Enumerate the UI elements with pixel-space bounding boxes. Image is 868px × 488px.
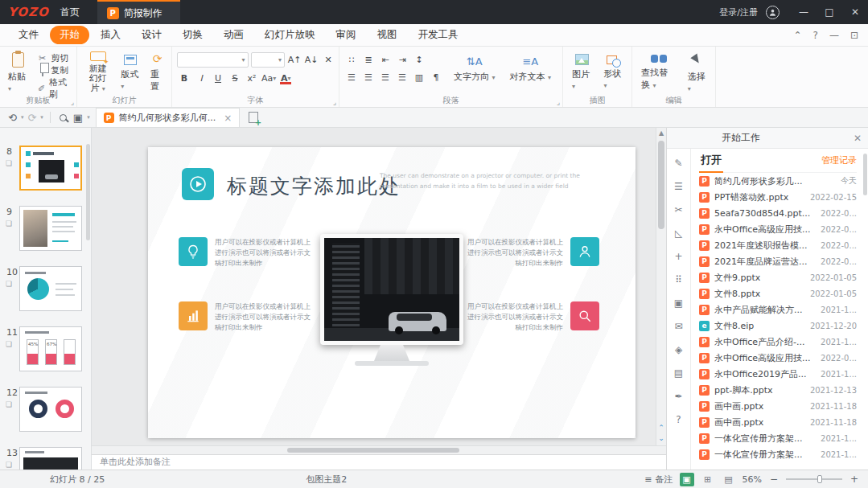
ribbon-collapse-icon[interactable]: ⌃: [794, 30, 802, 41]
recent-file-item[interactable]: P 永中Office2019产品... 2021-1...: [699, 366, 857, 382]
recent-file-item[interactable]: P PPT错落动效.pptx 2022-02-15: [699, 189, 857, 205]
bookmark-icon[interactable]: ◈: [671, 342, 687, 358]
slide-subtitle-textbox[interactable]: The user can demonstrate on a projector …: [380, 171, 615, 192]
recent-file-item[interactable]: P 2021年度品牌运营达... 2022-0...: [699, 253, 857, 269]
redo-caret-icon[interactable]: ▾: [40, 114, 43, 121]
bullets-icon[interactable]: ∷: [344, 52, 359, 67]
notes-toggle[interactable]: ≡备注: [644, 474, 673, 486]
font-family-combo[interactable]: ▾: [177, 52, 249, 68]
font-size-combo[interactable]: ▾: [251, 52, 286, 68]
thumbnail-slide-10[interactable]: 10 ❏: [0, 266, 91, 313]
decrease-indent-icon[interactable]: ⇤: [378, 52, 393, 67]
document-tab[interactable]: P 简约几何形状多彩几何... ×: [96, 108, 241, 127]
zoom-in-button[interactable]: +: [849, 474, 860, 485]
reset-button[interactable]: ⟳ 重置: [146, 50, 168, 95]
increase-indent-icon[interactable]: ⇥: [395, 52, 409, 67]
help-panel-icon[interactable]: ?: [671, 412, 687, 428]
horizontal-scroll-thumb[interactable]: [287, 448, 459, 453]
recent-file-item[interactable]: P 画中画.pptx 2021-11-18: [699, 414, 857, 430]
menu-item[interactable]: 插入: [91, 26, 130, 44]
recent-file-item[interactable]: P 永中Office产品介绍-... 2021-1...: [699, 334, 857, 350]
menu-item[interactable]: 视图: [368, 26, 407, 44]
slide-title-textbox[interactable]: 标题文字添加此处: [227, 173, 401, 199]
feature-block-top-right[interactable]: 用户可以在投影仪或者计算机上进行演示也可以将演或者计示文稿打印出来制作: [467, 237, 599, 268]
document-tab-close-icon[interactable]: ×: [224, 113, 232, 124]
columns-icon[interactable]: ▥: [412, 70, 426, 84]
layers-icon[interactable]: ▣: [671, 295, 687, 311]
strikethrough-button[interactable]: S: [228, 71, 242, 85]
panel-close-icon[interactable]: ✕: [854, 133, 862, 144]
app-center-icon[interactable]: ⠿: [671, 272, 687, 288]
cjk-layout-icon[interactable]: ¶: [429, 70, 443, 84]
play-button-shape[interactable]: [182, 168, 214, 200]
recent-file-item[interactable]: P 画中画.pptx 2021-11-18: [699, 398, 857, 414]
recent-file-item[interactable]: P 永中Office高级应用技... 2022-0...: [699, 221, 857, 237]
close-button[interactable]: ✕: [842, 0, 868, 24]
minimize-button[interactable]: —: [791, 0, 817, 24]
numbering-icon[interactable]: ≣: [361, 52, 376, 67]
recent-file-item[interactable]: P 文件9.pptx 2022-01-05: [699, 269, 857, 285]
paste-button[interactable]: 粘贴 ▾: [5, 50, 31, 95]
home-tab[interactable]: 首页: [56, 2, 84, 23]
paragraph-dialog-launcher-icon[interactable]: ⌟: [557, 98, 560, 106]
align-right-icon[interactable]: ☰: [378, 70, 393, 84]
clipboard-panel-icon[interactable]: ▤: [671, 365, 687, 381]
menu-item[interactable]: 开始: [50, 26, 89, 44]
canvas-vertical-scrollbar[interactable]: ▲ ⌃ ⌄: [656, 128, 666, 445]
comment-icon[interactable]: ✉: [671, 318, 687, 334]
previous-slide-icon[interactable]: ⌃: [658, 424, 664, 432]
normal-view-button[interactable]: ▣: [680, 473, 694, 486]
align-left-icon[interactable]: ☰: [344, 70, 359, 84]
underline-button[interactable]: U: [211, 71, 225, 85]
redo-icon[interactable]: ⟳: [26, 112, 38, 124]
recent-file-item[interactable]: e 文件8.eip 2021-12-20: [699, 318, 857, 334]
thumbnail-slide-9[interactable]: 9 ❏: [0, 206, 91, 252]
thumbnail-scrollbar[interactable]: [86, 144, 90, 240]
save-caret-icon[interactable]: ▾: [87, 114, 90, 121]
save-icon[interactable]: ▣: [72, 112, 84, 124]
zoom-slider-thumb[interactable]: [817, 475, 822, 483]
recent-file-item[interactable]: P 文件8.pptx 2022-01-05: [699, 285, 857, 301]
insert-object-icon[interactable]: +: [671, 248, 687, 265]
open-tab[interactable]: 打开: [699, 149, 723, 173]
panel-scrollbar[interactable]: [863, 154, 867, 195]
align-center-icon[interactable]: ☰: [361, 70, 376, 84]
help-icon[interactable]: ?: [813, 30, 818, 41]
thumbnail-slide-12[interactable]: 12 ❏: [0, 387, 91, 433]
font-dialog-launcher-icon[interactable]: ⌟: [333, 98, 336, 106]
thumbnail-slide-13[interactable]: 13 ❏: [0, 447, 91, 470]
recent-file-item[interactable]: P 永中产品赋能解决方... 2021-1...: [699, 301, 857, 318]
scroll-up-icon[interactable]: ▲: [656, 129, 666, 137]
menu-item[interactable]: 文件: [9, 26, 48, 44]
decrease-font-icon[interactable]: A↓: [304, 53, 319, 68]
increase-font-icon[interactable]: A↑: [287, 53, 302, 68]
recent-file-item[interactable]: P 2021年度述职报告模... 2022-0...: [699, 237, 857, 253]
monitor-image[interactable]: [320, 234, 463, 366]
edit-pencil-icon[interactable]: ✎: [671, 155, 687, 171]
thumbnail-slide-8[interactable]: 8 ❏: [0, 146, 91, 192]
line-spacing-icon[interactable]: ↕: [412, 52, 426, 67]
find-replace-button[interactable]: 查找替换 ▾: [637, 50, 681, 95]
copy-button[interactable]: 复制: [35, 64, 73, 76]
feature-block-top-left[interactable]: 用户可以在投影仪或者计算机上进行演示也可以将演或者计示文稿打印出来制作: [179, 237, 311, 268]
picture-button[interactable]: 图片 ▾: [568, 50, 597, 95]
ruler-icon[interactable]: ◺: [671, 225, 687, 241]
font-color-button[interactable]: A▾: [278, 71, 293, 85]
change-case-button[interactable]: Aa▾: [261, 71, 276, 85]
clip-art-icon[interactable]: ✂: [671, 202, 687, 218]
zoom-out-button[interactable]: −: [768, 474, 780, 485]
justify-icon[interactable]: ☰: [395, 70, 409, 84]
shapes-button[interactable]: 形状 ▾: [600, 50, 629, 95]
thumbnail-slide-11[interactable]: 11 ❏ 45% 67%: [0, 326, 91, 373]
align-text-button[interactable]: ≡A 对齐文本 ▾: [506, 50, 556, 88]
manage-records-link[interactable]: 管理记录: [821, 154, 857, 166]
recent-file-item[interactable]: P 永中Office高级应用技... 2022-0...: [699, 350, 857, 366]
recent-file-item[interactable]: P 简约几何形状多彩几... 今天: [699, 173, 857, 189]
properties-icon[interactable]: ☰: [671, 178, 687, 195]
layout-button[interactable]: 版式 ▾: [117, 50, 143, 95]
text-direction-button[interactable]: ⇅A 文字方向 ▾: [450, 50, 500, 88]
menu-item[interactable]: 开发工具: [409, 26, 468, 44]
undo-icon[interactable]: ⟲: [6, 112, 19, 124]
slide-canvas[interactable]: 标题文字添加此处 The user can demonstrate on a p…: [92, 128, 666, 445]
recent-file-item[interactable]: P 一体化宣传册方案架... 2021-1...: [699, 446, 857, 462]
